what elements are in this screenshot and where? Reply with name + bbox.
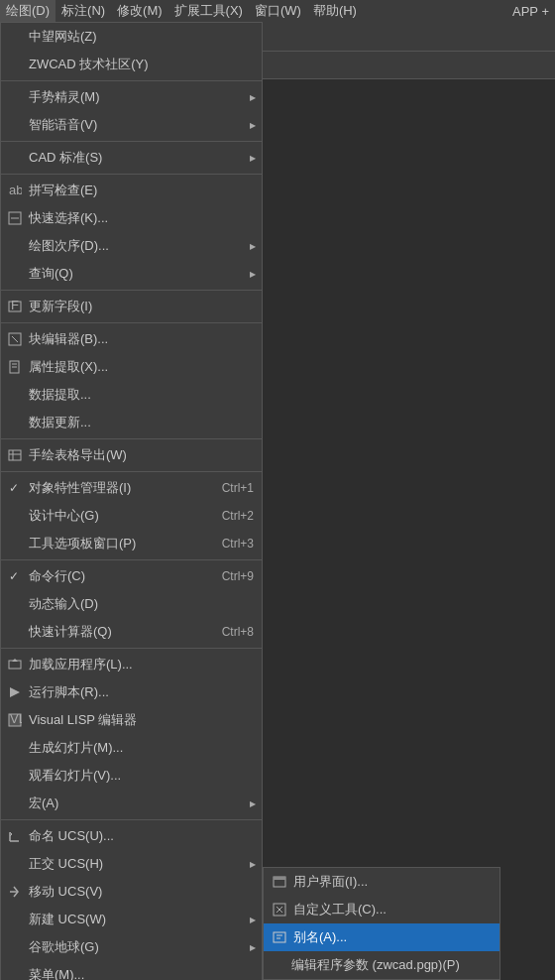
menu-modify[interactable]: 修改(M) (111, 0, 168, 22)
named-ucs-icon (7, 828, 23, 844)
menu-macro[interactable]: 宏(A) (1, 790, 262, 817)
menu-smart-voice-label: 智能语音(V) (29, 116, 97, 134)
menu-zhongwang-label: 中望网站(Z) (29, 28, 97, 46)
menu-command-line-shortcut: Ctrl+9 (202, 569, 254, 583)
menu-quick-select[interactable]: 快速选择(K)... (1, 204, 262, 232)
menu-named-ucs-label: 命名 UCS(U)... (29, 827, 114, 845)
visual-lisp-icon: VL (7, 712, 23, 728)
menu-visual-lisp[interactable]: VL Visual LISP 编辑器 (1, 706, 262, 734)
menu-view-slide[interactable]: 观看幻灯片(V)... (1, 762, 262, 790)
menu-draw-order-label: 绘图次序(D)... (29, 237, 109, 255)
menu-update-field[interactable]: F 更新字段(I) (1, 293, 262, 320)
submenu-edit-prog-params-label: 编辑程序参数 (zwcad.pgp)(P) (291, 956, 460, 974)
sep4 (1, 290, 262, 291)
menu-run-script-label: 运行脚本(R)... (29, 683, 109, 701)
sep3 (1, 174, 262, 175)
menu-design-center-shortcut: Ctrl+2 (202, 509, 254, 523)
spell-check-icon: abc (7, 183, 23, 198)
submenu-edit-prog-params[interactable]: 编辑程序参数 (zwcad.pgp)(P) (264, 951, 500, 979)
menu-attr-extract[interactable]: 属性提取(X)... (1, 353, 262, 381)
sep1 (1, 80, 262, 81)
menu-cad-standard-label: CAD 标准(S) (29, 149, 102, 167)
menu-obj-prop-shortcut: Ctrl+1 (202, 481, 254, 495)
menu-toolbar-window[interactable]: 工具选项板窗口(P) Ctrl+3 (1, 530, 262, 557)
menu-draw[interactable]: 绘图(D) (0, 0, 56, 22)
menu-gen-slide-label: 生成幻灯片(M)... (29, 739, 123, 757)
menu-toolbar-window-shortcut: Ctrl+3 (202, 537, 254, 551)
menu-annotate[interactable]: 标注(N) (56, 0, 111, 22)
menu-obj-prop-manager-label: 对象特性管理器(I) (29, 479, 131, 497)
menu-query-label: 查询(Q) (29, 265, 73, 283)
menu-draw-order[interactable]: 绘图次序(D)... (1, 232, 262, 260)
menu-spell-check-label: 拼写检查(E) (29, 182, 97, 199)
menu-menu[interactable]: 菜单(M)... (1, 961, 262, 980)
menu-update-field-label: 更新字段(I) (29, 298, 92, 315)
svg-text:VL: VL (10, 713, 22, 726)
menu-design-center[interactable]: 设计中心(G) Ctrl+2 (1, 502, 262, 530)
menu-dynamic-input-label: 动态输入(D) (29, 595, 98, 613)
menu-help[interactable]: 帮助(H) (307, 0, 363, 22)
menu-load-app-label: 加载应用程序(L)... (29, 656, 133, 674)
submenu-user-interface-label: 用户界面(I)... (293, 873, 368, 891)
menu-query[interactable]: 查询(Q) (1, 260, 262, 288)
menu-block-editor[interactable]: 块编辑器(B)... (1, 325, 262, 353)
customize-submenu: 用户界面(I)... 自定义工具(C)... 别名(A)... 编辑程序参数 (… (263, 867, 500, 980)
move-ucs-icon (7, 884, 23, 900)
menu-spell-check[interactable]: abc 拼写检查(E) (1, 177, 262, 204)
custom-tool-icon (272, 902, 287, 918)
menu-run-script[interactable]: 运行脚本(R)... (1, 678, 262, 706)
load-app-icon (7, 657, 23, 673)
main-dropdown-menu: 中望网站(Z) ZWCAD 技术社区(Y) 手势精灵(M) 智能语音(V) CA… (0, 22, 263, 980)
attr-extract-icon (7, 359, 23, 375)
menu-window[interactable]: 窗口(W) (249, 0, 307, 22)
alias-icon (272, 929, 287, 945)
submenu-custom-tool[interactable]: 自定义工具(C)... (264, 896, 500, 923)
menu-hand-table-export-label: 手绘表格导出(W) (29, 446, 127, 464)
menu-new-ucs-label: 新建 UCS(W) (29, 911, 106, 928)
submenu-alias[interactable]: 别名(A)... (264, 923, 500, 951)
menu-extend[interactable]: 扩展工具(X) (168, 0, 249, 22)
menu-toolbar-window-label: 工具选项板窗口(P) (29, 535, 136, 552)
menu-quick-calc[interactable]: 快速计算器(Q) Ctrl+8 (1, 618, 262, 646)
menu-ortho-ucs-label: 正交 UCS(H) (29, 855, 103, 873)
menu-smart-voice[interactable]: 智能语音(V) (1, 111, 262, 139)
menu-app-plus[interactable]: APP + (506, 0, 555, 22)
sep7 (1, 471, 262, 472)
menu-load-app[interactable]: 加载应用程序(L)... (1, 651, 262, 678)
obj-prop-checkmark: ✓ (9, 481, 19, 495)
menu-data-update[interactable]: 数据更新... (1, 409, 262, 436)
svg-rect-10 (9, 450, 21, 460)
svg-rect-13 (9, 661, 21, 669)
menu-cad-standard[interactable]: CAD 标准(S) (1, 144, 262, 172)
menu-zwcad-community[interactable]: ZWCAD 技术社区(Y) (1, 51, 262, 78)
menu-obj-prop-manager[interactable]: ✓ 对象特性管理器(I) Ctrl+1 (1, 474, 262, 502)
menu-google-earth[interactable]: 谷歌地球(G) (1, 933, 262, 961)
menu-ortho-ucs[interactable]: 正交 UCS(H) (1, 850, 262, 878)
menu-named-ucs[interactable]: 命名 UCS(U)... (1, 822, 262, 850)
menu-hand-table-export[interactable]: 手绘表格导出(W) (1, 441, 262, 469)
menu-zhongwang[interactable]: 中望网站(Z) (1, 23, 262, 51)
top-menubar: 绘图(D) 标注(N) 修改(M) 扩展工具(X) 窗口(W) 帮助(H) AP… (0, 0, 555, 22)
submenu-custom-tool-label: 自定义工具(C)... (293, 901, 387, 919)
menu-data-extract[interactable]: 数据提取... (1, 381, 262, 409)
quick-select-icon (7, 210, 23, 226)
edit-prog-params-icon (272, 957, 285, 973)
menu-gesture-wizard[interactable]: 手势精灵(M) (1, 83, 262, 111)
sep10 (1, 819, 262, 820)
menu-macro-label: 宏(A) (29, 795, 58, 812)
submenu-user-interface[interactable]: 用户界面(I)... (264, 868, 500, 896)
sep9 (1, 648, 262, 649)
menu-gesture-wizard-label: 手势精灵(M) (29, 88, 100, 106)
menu-data-extract-label: 数据提取... (29, 386, 91, 404)
svg-text:F: F (11, 300, 19, 312)
menu-design-center-label: 设计中心(G) (29, 507, 99, 525)
sep5 (1, 322, 262, 323)
menu-new-ucs[interactable]: 新建 UCS(W) (1, 906, 262, 933)
menu-quick-calc-shortcut: Ctrl+8 (202, 625, 254, 639)
hand-table-export-icon (7, 447, 23, 463)
menu-command-line[interactable]: ✓ 命令行(C) Ctrl+9 (1, 562, 262, 590)
menu-dynamic-input[interactable]: 动态输入(D) (1, 590, 262, 618)
menu-gen-slide[interactable]: 生成幻灯片(M)... (1, 734, 262, 762)
menu-move-ucs-label: 移动 UCS(V) (29, 883, 102, 901)
menu-move-ucs[interactable]: 移动 UCS(V) (1, 878, 262, 906)
